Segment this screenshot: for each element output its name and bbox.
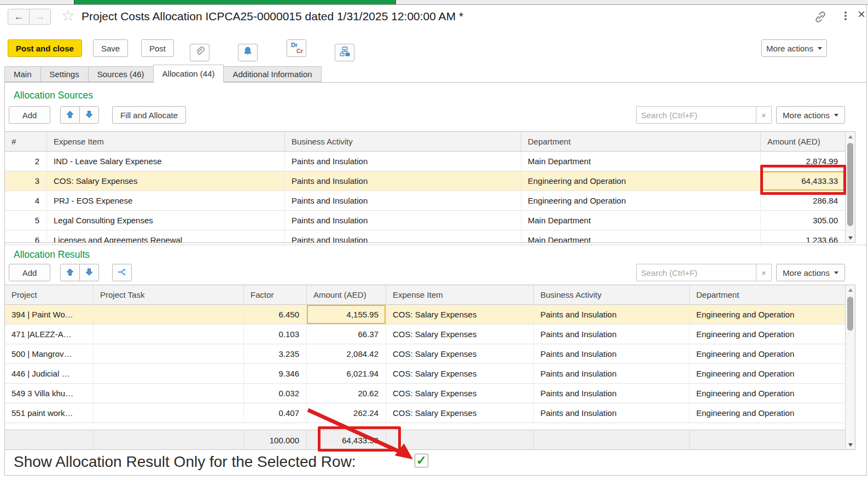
cell-business-activity[interactable]: Paints and Insulation xyxy=(534,305,690,325)
sources-search-clear-button[interactable]: × xyxy=(756,106,772,124)
get-link-icon[interactable] xyxy=(813,10,828,26)
cell-expense-item[interactable]: COS: Salary Expenses xyxy=(386,364,534,384)
cell-project-task[interactable] xyxy=(94,403,244,423)
column-header[interactable]: Project Task xyxy=(94,285,244,305)
favorite-star-icon[interactable]: ☆ xyxy=(61,8,75,24)
allocate-share-button[interactable] xyxy=(112,264,132,281)
cell-factor[interactable]: 9.346 xyxy=(244,364,307,384)
source-row[interactable]: 2IND - Leave Salary ExpenesePaints and I… xyxy=(5,152,846,171)
document-structure-button[interactable] xyxy=(335,44,354,61)
cell-expense-item[interactable]: COS: Salary Expenses xyxy=(386,325,534,344)
column-header[interactable]: Amount (AED) xyxy=(307,285,386,305)
cell-num[interactable]: 3 xyxy=(5,171,47,191)
column-header[interactable]: Business Activity xyxy=(534,285,690,305)
post-and-close-button[interactable]: Post and close xyxy=(8,39,82,57)
cell-project-task[interactable] xyxy=(94,384,244,403)
cell-expense-item[interactable]: PRJ - EOS Expenese xyxy=(47,191,285,211)
results-add-button[interactable]: Add xyxy=(9,264,50,281)
column-header[interactable]: # xyxy=(5,132,47,152)
forward-button[interactable]: → xyxy=(29,9,51,25)
results-more-actions-button[interactable]: More actions xyxy=(776,264,845,281)
cell-expense-item[interactable]: COS: Salary Expenses xyxy=(386,305,534,325)
source-row[interactable]: 3COS: Salary ExpensesPaints and Insulati… xyxy=(5,171,846,191)
results-move-down-button[interactable] xyxy=(79,264,99,281)
cell-business-activity[interactable]: Paints and Insulation xyxy=(534,325,690,344)
dr-cr-postings-button[interactable]: Dr Cr xyxy=(287,39,306,57)
result-row[interactable]: 394 | Paint Wo…6.4504,155.95COS: Salary … xyxy=(5,305,846,325)
attachments-button[interactable] xyxy=(190,44,209,61)
result-row[interactable]: 471 |ALEZZ-A…0.10366.37COS: Salary Expen… xyxy=(5,325,846,344)
toolbar-more-actions-button[interactable]: More actions xyxy=(761,39,827,57)
results-search-clear-button[interactable]: × xyxy=(756,264,772,281)
sources-search-input[interactable] xyxy=(636,106,756,124)
column-header[interactable]: Project xyxy=(5,285,94,305)
source-row[interactable]: 4PRJ - EOS ExpenesePaints and Insulation… xyxy=(5,191,846,211)
result-row[interactable]: 549 3 Villa khu…0.03220.62COS: Salary Ex… xyxy=(5,384,846,403)
column-header[interactable]: Department xyxy=(521,132,761,152)
cell-department[interactable]: Main Department xyxy=(521,211,761,230)
column-header[interactable]: Business Activity xyxy=(285,132,521,152)
cell-project-task[interactable] xyxy=(94,325,244,344)
sources-scrollbar[interactable] xyxy=(845,132,855,242)
cell-project[interactable]: 446 | Judicial … xyxy=(5,364,94,384)
cell-num[interactable]: 2 xyxy=(5,152,47,171)
cell-department[interactable]: Engineering and Operation xyxy=(690,305,846,325)
cell-expense-item[interactable]: Licenses and Agreements Renewal xyxy=(47,230,285,243)
cell-department[interactable]: Engineering and Operation xyxy=(690,344,846,364)
cell-department[interactable]: Engineering and Operation xyxy=(690,325,846,344)
cell-num[interactable]: 5 xyxy=(5,211,47,230)
post-button[interactable]: Post xyxy=(141,39,174,57)
result-row[interactable]: 500 | Mangrov…3.2352,084.42COS: Salary E… xyxy=(5,344,846,364)
column-header[interactable]: Department xyxy=(690,285,846,305)
results-search-input[interactable] xyxy=(636,264,756,281)
scroll-down-arrow[interactable] xyxy=(846,440,855,449)
cell-project[interactable]: 471 |ALEZZ-A… xyxy=(5,325,94,344)
cell-department[interactable]: Engineering and Operation xyxy=(521,191,761,211)
cell-project-task[interactable] xyxy=(94,305,244,325)
cell-department[interactable]: Main Department xyxy=(521,230,761,243)
tab-allocation-44[interactable]: Allocation (44) xyxy=(153,65,224,83)
cell-business-activity[interactable]: Paints and Insulation xyxy=(285,211,521,230)
result-row[interactable]: 551 paint work…0.407262.24COS: Salary Ex… xyxy=(5,403,846,423)
cell-project[interactable]: 394 | Paint Wo… xyxy=(5,305,94,325)
result-row[interactable]: 446 | Judicial …9.3466,021.94COS: Salary… xyxy=(5,364,846,384)
sources-move-up-button[interactable] xyxy=(60,106,80,124)
sources-add-button[interactable]: Add xyxy=(9,106,50,124)
cell-amount[interactable]: 4,155.95 xyxy=(307,305,386,325)
cell-amount[interactable]: 2,084.42 xyxy=(307,344,386,364)
scroll-up-arrow[interactable] xyxy=(846,285,855,294)
scrollbar-thumb[interactable] xyxy=(847,297,853,331)
column-header[interactable]: Amount (AED) xyxy=(761,132,846,152)
cell-factor[interactable]: 0.407 xyxy=(244,403,307,423)
close-icon[interactable]: × xyxy=(858,7,865,22)
tab-additional-information[interactable]: Additional Information xyxy=(223,66,321,82)
cell-business-activity[interactable]: Paints and Insulation xyxy=(285,230,521,243)
cell-department[interactable]: Engineering and Operation xyxy=(690,403,846,423)
cell-expense-item[interactable]: COS: Salary Expenses xyxy=(386,384,534,403)
cell-factor[interactable]: 6.450 xyxy=(244,305,307,325)
cell-factor[interactable]: 3.235 xyxy=(244,344,307,364)
cell-amount[interactable]: 305.00 xyxy=(761,211,846,230)
fill-and-allocate-button[interactable]: Fill and Allocate xyxy=(112,106,186,124)
cell-project-task[interactable] xyxy=(94,364,244,384)
cell-business-activity[interactable]: Paints and Insulation xyxy=(534,364,690,384)
column-header[interactable]: Factor xyxy=(244,285,307,305)
results-move-up-button[interactable] xyxy=(60,264,80,281)
cell-expense-item[interactable]: IND - Leave Salary Expenese xyxy=(47,152,285,171)
source-row[interactable]: 6Licenses and Agreements RenewalPaints a… xyxy=(5,230,846,243)
cell-project-task[interactable] xyxy=(94,344,244,364)
cell-business-activity[interactable]: Paints and Insulation xyxy=(534,384,690,403)
cell-factor[interactable]: 0.032 xyxy=(244,384,307,403)
cell-amount[interactable]: 1,233.66 xyxy=(761,230,846,243)
cell-num[interactable]: 6 xyxy=(5,230,47,243)
cell-business-activity[interactable]: Paints and Insulation xyxy=(285,171,521,191)
results-scrollbar[interactable] xyxy=(845,285,855,449)
scroll-down-arrow[interactable] xyxy=(846,233,855,242)
tab-sources-46[interactable]: Sources (46) xyxy=(88,66,154,82)
scrollbar-thumb[interactable] xyxy=(847,143,853,226)
column-header[interactable]: Expense Item xyxy=(386,285,534,305)
sources-more-actions-button[interactable]: More actions xyxy=(776,106,845,124)
reminder-button[interactable] xyxy=(238,44,258,61)
cell-factor[interactable]: 0.103 xyxy=(244,325,307,344)
cell-business-activity[interactable]: Paints and Insulation xyxy=(285,152,521,171)
